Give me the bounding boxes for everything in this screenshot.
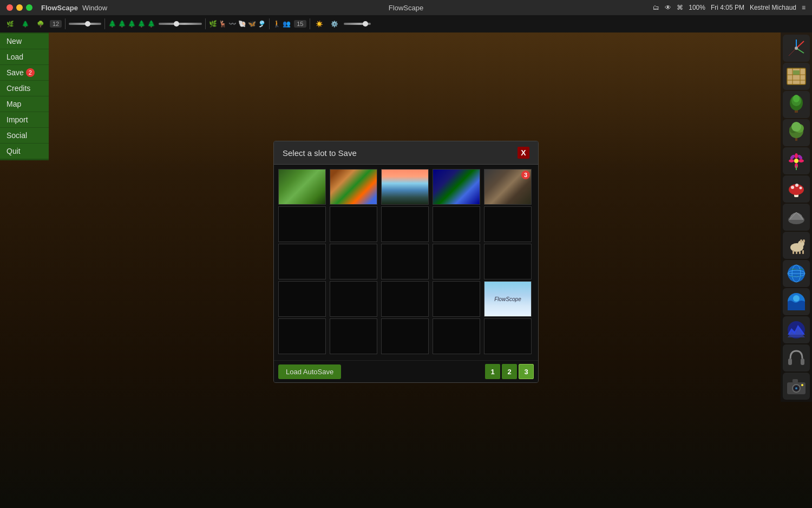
toolbar: 🌿 🌲 🌳 12 🌲 🌲 🌲 🌲 🌲 🌿 🦌 〰️ 🐚 🦋 🎐 🚶 👥 15 ☀…	[0, 15, 812, 32]
slots-row-3	[278, 244, 534, 279]
toolbar-badge-2: 15	[294, 20, 306, 28]
page-btn-2[interactable]: 2	[502, 364, 517, 379]
people-icon: 👥	[283, 20, 291, 28]
close-button[interactable]	[6, 4, 13, 11]
nature-icon-2: 🦌	[219, 20, 227, 28]
datetime: Fri 4:05 PM	[711, 4, 744, 11]
slider-2-thumb[interactable]	[174, 21, 179, 27]
tree-icon-small: 🌲	[108, 20, 116, 28]
slot-1[interactable]	[278, 169, 326, 205]
titlebar-right: 🗂 👁 ⌘ 100% Fri 4:05 PM Kestrel Michaud ≡	[653, 4, 806, 11]
slider-3[interactable]	[344, 23, 371, 25]
menu-icon[interactable]: ≡	[802, 4, 806, 11]
slots-row-4: FlowScope	[278, 281, 534, 317]
slot-16[interactable]	[278, 281, 326, 317]
modal-footer: Load AutoSave 1 2 3	[274, 360, 538, 382]
modal-header: Select a slot to Save X	[274, 141, 538, 165]
slot-13[interactable]	[381, 244, 429, 279]
tree-icon-xxl: 🌲	[147, 20, 155, 28]
toolbar-icon-3[interactable]: 🌳	[35, 18, 47, 30]
page-btn-3[interactable]: 3	[519, 364, 534, 379]
username: Kestrel Michaud	[750, 4, 796, 11]
slot-24[interactable]	[433, 318, 480, 354]
slot-12[interactable]	[330, 244, 377, 279]
sep1	[65, 18, 66, 29]
titlebar: FlowScape Window FlowScape 🗂 👁 ⌘ 100% Fr…	[0, 0, 812, 15]
toolbar-badge-1: 12	[50, 20, 62, 28]
slot-8[interactable]	[381, 206, 429, 242]
sep5	[310, 18, 310, 29]
page-buttons: 1 2 3	[485, 364, 534, 379]
slot-2[interactable]	[330, 169, 377, 205]
titlebar-left: FlowScape Window	[6, 4, 107, 12]
save-dialog: Select a slot to Save X 3	[273, 141, 539, 383]
slot-10[interactable]	[484, 206, 532, 242]
slot-23[interactable]	[381, 318, 429, 354]
slot-7[interactable]	[330, 206, 377, 242]
dropbox-icon: 🗂	[653, 4, 659, 11]
slot-17[interactable]	[330, 281, 377, 317]
nature-icon-3: 〰️	[228, 20, 237, 28]
slider-2-container	[159, 23, 202, 25]
modal-overlay: Select a slot to Save X 3	[0, 32, 812, 508]
app-name: FlowScape	[41, 4, 78, 12]
slider-3-thumb[interactable]	[363, 21, 368, 27]
traffic-lights[interactable]	[6, 4, 32, 11]
slider-1-container	[69, 23, 101, 25]
person-icons: 🚶 👥	[273, 20, 291, 28]
person-icon: 🚶	[273, 20, 281, 28]
battery-percent: 100%	[689, 4, 705, 11]
slot-19[interactable]	[433, 281, 480, 317]
sep2	[104, 18, 105, 29]
page-btn-1[interactable]: 1	[485, 364, 500, 379]
tree-icon-med: 🌲	[118, 20, 126, 28]
nature-icon-4: 🐚	[238, 20, 246, 28]
menu-window[interactable]: Window	[82, 4, 107, 12]
slot-15[interactable]	[484, 244, 532, 279]
eye-icon: 👁	[665, 4, 671, 11]
nature-icon-5: 🦋	[248, 20, 256, 28]
slots-row-2	[278, 206, 534, 242]
load-autosave-button[interactable]: Load AutoSave	[278, 364, 341, 379]
slot-20-flowscape[interactable]: FlowScope	[484, 281, 532, 317]
tree-icon-xl: 🌲	[137, 20, 146, 28]
modal-close-button[interactable]: X	[518, 147, 529, 159]
slot-25[interactable]	[484, 318, 532, 354]
window-title: FlowScape	[389, 4, 423, 12]
fullscreen-button[interactable]	[26, 4, 32, 11]
slider-1[interactable]	[69, 23, 101, 25]
slider-1-thumb[interactable]	[85, 21, 90, 27]
modal-title: Select a slot to Save	[283, 148, 357, 158]
slot-21[interactable]	[278, 318, 326, 354]
slot-22[interactable]	[330, 318, 377, 354]
titlebar-menu: Window	[82, 4, 107, 12]
slider-3-container	[344, 23, 371, 25]
flowscape-label: FlowScope	[494, 296, 521, 302]
tree-icon-large: 🌲	[128, 20, 136, 28]
sep4	[269, 18, 270, 29]
gear-icon[interactable]: ⚙️	[329, 18, 340, 30]
slot-14[interactable]	[433, 244, 480, 279]
minimize-button[interactable]	[16, 4, 23, 11]
slot-3[interactable]	[381, 169, 429, 205]
slot-6[interactable]	[278, 206, 326, 242]
sun-icon[interactable]: ☀️	[313, 18, 325, 30]
slot-4[interactable]	[433, 169, 480, 205]
nature-icons: 🌿 🦌 〰️ 🐚 🦋 🎐	[209, 20, 266, 28]
slot-11[interactable]	[278, 244, 326, 279]
toolbar-icon-2[interactable]: 🌲	[19, 18, 31, 30]
modal-body: 3	[274, 165, 538, 360]
slots-row-1: 3	[278, 169, 534, 205]
nature-icon-6: 🎐	[258, 20, 266, 28]
slot-5-badge: 3	[521, 171, 530, 179]
slot-9[interactable]	[433, 206, 480, 242]
slot-18[interactable]	[381, 281, 429, 317]
slot-5[interactable]: 3	[484, 169, 532, 205]
cmd-icon: ⌘	[677, 4, 683, 11]
toolbar-icon-1[interactable]: 🌿	[4, 18, 16, 30]
tree-icons: 🌲 🌲 🌲 🌲 🌲	[108, 20, 155, 28]
nature-icon-1: 🌿	[209, 20, 217, 28]
sep3	[205, 18, 206, 29]
slots-row-5	[278, 318, 534, 354]
slider-2[interactable]	[159, 23, 202, 25]
